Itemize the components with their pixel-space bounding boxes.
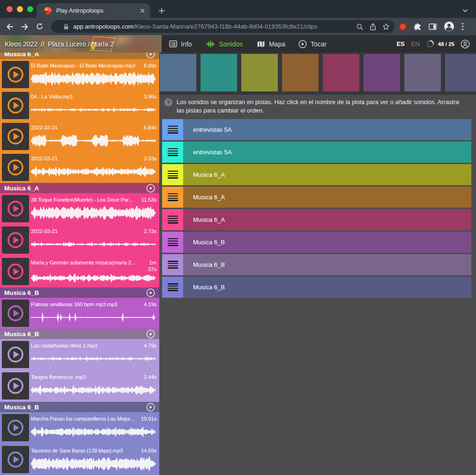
nav-item-mapa[interactable]: Mapa (257, 40, 285, 48)
track-swatch[interactable] (404, 54, 441, 91)
nav-item-tocar[interactable]: Tocar (298, 40, 327, 48)
track-section-header[interactable]: Musica 6_A (0, 53, 159, 59)
track-row[interactable]: Musica 6_A (162, 164, 471, 185)
section-play-icon[interactable] (146, 184, 155, 193)
clip-section: Las castañuelas ritmo 1.mp34.79s Tangos … (0, 339, 159, 402)
track-drag-handle[interactable] (162, 277, 183, 298)
drag-handle-icon (168, 193, 178, 201)
user-account-icon[interactable] (461, 39, 470, 49)
browser-tabstrip: Play Antropoloops (0, 0, 476, 18)
reload-button[interactable] (36, 23, 44, 30)
language-toggle-en[interactable]: EN (411, 40, 420, 47)
track-section-header[interactable]: Musica 6_B (0, 402, 159, 412)
address-bar[interactable]: app.antropoloops.com/Kleos-Santa-Marina/… (51, 20, 394, 33)
breadcrumb-project[interactable]: Kleos 2022 (5, 40, 37, 48)
track-drag-handle[interactable] (162, 232, 183, 253)
clip-duration: 6.84s (144, 124, 156, 131)
extensions-puzzle-icon[interactable] (414, 23, 422, 30)
share-icon[interactable] (369, 23, 377, 30)
minimize-window-button[interactable] (17, 6, 23, 12)
forward-button[interactable] (21, 23, 29, 31)
track-section-header[interactable]: Musica 6_B (0, 287, 159, 298)
section-play-icon[interactable] (146, 403, 155, 412)
tab-close-icon[interactable] (140, 8, 145, 14)
nav-mapa-label: Mapa (269, 40, 285, 48)
track-drag-handle[interactable] (162, 209, 183, 230)
track-row[interactable]: Musica 6_A (162, 209, 471, 230)
clip-play-button[interactable] (2, 226, 29, 254)
clip-title: Palmas sevillanas 160 bpm mp3.mp3 (31, 301, 140, 308)
clip-play-button[interactable] (2, 414, 29, 441)
close-window-button[interactable] (7, 6, 13, 12)
clip-item[interactable]: Taconeo de Sara Baras (128 kbps).mp314.6… (0, 444, 159, 475)
clip-play-button[interactable] (2, 341, 29, 368)
browser-menu-kebab-icon[interactable] (461, 23, 464, 30)
language-toggle-es[interactable]: ES (396, 40, 404, 47)
clip-title: 04 - La Visita.mp3 (31, 93, 140, 100)
tab-search-chevron-icon[interactable] (460, 6, 470, 16)
track-swatch[interactable] (323, 54, 359, 91)
clip-item[interactable]: 38 Toque Funebre(Muerte) - Los Doce Par.… (0, 193, 159, 225)
track-drag-handle[interactable] (162, 119, 183, 140)
drag-handle-icon (168, 148, 178, 156)
clip-item[interactable]: Palmas sevillanas 160 bpm mp3.mp34.19s (0, 298, 159, 329)
clip-item[interactable]: Tangos flamencos .mp32.44s (0, 370, 159, 402)
zoom-window-button[interactable] (27, 6, 33, 12)
track-swatch[interactable] (241, 54, 278, 91)
search-icon[interactable] (356, 23, 364, 30)
track-drag-handle[interactable] (162, 254, 183, 275)
clip-item[interactable]: El Baile Mexicapan - El Baile Mexicapan.… (0, 59, 159, 90)
browser-tab[interactable]: Play Antropoloops (37, 3, 150, 18)
track-swatch[interactable] (282, 54, 319, 91)
track-swatch[interactable] (445, 54, 476, 91)
clip-play-button[interactable] (2, 123, 29, 150)
clip-play-button[interactable] (2, 154, 29, 181)
track-swatch[interactable] (201, 54, 237, 91)
track-row[interactable]: entrevistas 5A (162, 119, 471, 140)
section-play-icon[interactable] (146, 330, 155, 339)
track-row[interactable]: Musica 6_B (162, 277, 471, 298)
clip-section: Palmas sevillanas 160 bpm mp3.mp34.19s (0, 298, 159, 329)
clip-play-button[interactable] (2, 372, 29, 400)
new-tab-button[interactable] (156, 6, 167, 16)
track-swatch[interactable] (160, 54, 196, 91)
track-row[interactable]: entrevistas 5A (162, 142, 471, 163)
clip-title: Tangos flamencos .mp3 (31, 374, 140, 380)
clip-item[interactable]: Las castañuelas ritmo 1.mp34.79s (0, 339, 159, 370)
back-button[interactable] (6, 23, 14, 31)
help-question-icon: ? (164, 98, 172, 106)
track-drag-handle[interactable] (162, 164, 183, 185)
track-row[interactable]: Musica 6_B (162, 232, 471, 253)
track-section-header[interactable]: Musica 6_B (0, 329, 159, 339)
track-section-header[interactable]: Musica 6_A (0, 183, 159, 193)
clip-play-button[interactable] (2, 195, 29, 222)
track-section-title: Musica 6_A (4, 185, 146, 192)
clip-play-button[interactable] (2, 446, 29, 473)
track-row[interactable]: Musica 6_A (162, 187, 471, 208)
clip-title: Marcha Pasan los campanilleros Las Mejor… (31, 415, 137, 422)
clip-play-button[interactable] (2, 258, 29, 285)
clip-play-button[interactable] (2, 61, 29, 88)
clip-play-button[interactable] (2, 300, 29, 327)
profile-avatar[interactable] (444, 21, 454, 32)
nav-item-info[interactable]: Info (169, 40, 192, 48)
side-panel-icon[interactable] (429, 23, 437, 30)
section-play-icon[interactable] (146, 288, 155, 297)
section-play-icon[interactable] (146, 53, 155, 59)
lock-icon[interactable] (63, 23, 69, 30)
clip-item[interactable]: María y Germán solamente música(maría 2.… (0, 256, 159, 287)
track-drag-handle[interactable] (162, 187, 183, 208)
nav-item-sonidos[interactable]: Sonidos (206, 40, 243, 48)
clip-item[interactable]: 2022-03-212.73s (0, 225, 159, 256)
track-row[interactable]: Musica 6_B (162, 254, 471, 275)
waveform-icon (206, 40, 215, 48)
clip-item[interactable]: Marcha Pasan los campanilleros Las Mejor… (0, 412, 159, 444)
track-drag-handle[interactable] (162, 142, 183, 163)
clip-item[interactable]: 04 - La Visita.mp33.96s (0, 90, 159, 121)
track-swatch[interactable] (364, 54, 400, 91)
clip-item[interactable]: 2022-03-213.03s (0, 152, 159, 183)
recording-indicator-icon[interactable] (399, 23, 407, 30)
clip-play-button[interactable] (2, 92, 29, 119)
bookmark-star-icon[interactable] (382, 23, 390, 30)
clip-item[interactable]: 2022-03-216.84s (0, 121, 159, 152)
